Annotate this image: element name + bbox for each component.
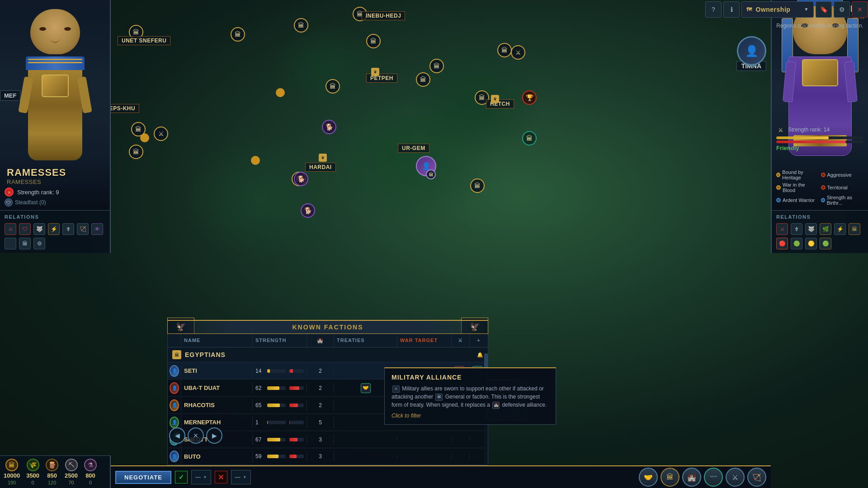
th-filter2[interactable]: + (470, 334, 488, 347)
map-unit-red[interactable]: 🏆 (522, 90, 537, 105)
th-castle: 🏰 (307, 334, 334, 347)
rhacotis-portrait-cell: 👤 (168, 397, 181, 413)
th-treaties[interactable]: TREATIES (334, 334, 397, 347)
military-alliance-tooltip: MILITARY ALLIANCE ⚔ Military allies are … (384, 367, 556, 425)
trait-dot-1 (776, 173, 780, 177)
map-city-icon[interactable]: 🏛 (429, 59, 444, 73)
map-unit-teal[interactable]: 🏛 (522, 131, 537, 145)
tooltip-title: MILITARY ALLIANCE (392, 374, 549, 381)
map-nav-buttons: ◀ ✕ ▶ (169, 427, 222, 444)
info-button[interactable]: ℹ (723, 1, 740, 18)
map-nav-x[interactable]: ✕ (188, 427, 204, 444)
wood-amount: 850 (47, 472, 57, 479)
map-unit-purple2[interactable]: 🐕 (294, 172, 308, 186)
food-amount: 3500 (26, 472, 39, 479)
map-label-unet-sneferu[interactable]: UNET SNEFERU (118, 36, 170, 45)
confirm-button[interactable]: ✓ (175, 471, 188, 483)
map-label-hetch[interactable]: HETCH (486, 99, 514, 108)
bookmark-button[interactable]: 🔖 (816, 1, 832, 18)
map-city-icon[interactable]: 🏛 (294, 18, 308, 33)
close-button[interactable]: ✕ (852, 1, 868, 18)
map-nav-right[interactable]: ▶ (206, 427, 222, 444)
seti-castle-cell: 2 (307, 366, 334, 376)
buto-name-cell[interactable]: BUTO (181, 451, 253, 462)
th-strength[interactable]: STRENGTH (253, 334, 307, 347)
action-row-icons: 🤝 🏛 🏰 〰 ⚔ 🏹 (639, 468, 766, 487)
buto-war-target-cell (397, 454, 452, 459)
gold-amount: 10000 (4, 472, 20, 479)
rel-icon-7: 🏛 (19, 238, 31, 249)
rel-icon-sword: ⚔ (5, 223, 16, 235)
map-label-inebu-hedj[interactable]: INEBU-HEDJ (362, 11, 405, 20)
trait-dot-5 (776, 198, 781, 202)
map-city-icon[interactable]: 🏛 (326, 79, 340, 94)
bottom-dropdown-2[interactable]: — ▼ (231, 470, 251, 484)
map-label-ur-gem[interactable]: UR-GEM (398, 144, 429, 153)
th-filter1[interactable]: ⚔ (452, 334, 470, 347)
trait-ardent-warrior: Ardent Warrior (776, 195, 819, 206)
merneptah-name-cell[interactable]: MERNEPTAH (181, 417, 253, 428)
trait-label-2: Aggressive (827, 172, 852, 178)
ramesses-name: RAMESSES (7, 167, 103, 178)
map-city-icon[interactable]: 🏛 (470, 178, 485, 193)
table-header: NAME STRENGTH 🏰 TREATIES WAR TARGET ⚔ + (168, 334, 488, 347)
th-war-target[interactable]: WAR TARGET (397, 334, 452, 347)
ownership-dropdown[interactable]: 🗺 Ownership ▼ (741, 1, 814, 18)
seti-portrait: SETI SETI ⚔ Strength rank: 14 Friendly (771, 0, 868, 210)
map-city-icon[interactable]: 🏛 (231, 27, 245, 42)
action-circle-3[interactable]: 🏰 (682, 468, 701, 487)
rhacotis-name-cell[interactable]: RHACOTIS (181, 399, 253, 411)
steadfast-label: Steadfast (0) (15, 199, 46, 206)
action-circle-4[interactable]: 〰 (704, 468, 723, 487)
map-city-icon[interactable]: 🏛 (366, 34, 381, 48)
gold-icon: 🏛 (5, 459, 18, 471)
map-unit-purple[interactable]: 🐕 (322, 120, 336, 134)
seti-traits: Bound by Heritage Aggressive War in the … (776, 169, 863, 206)
rhacotis-small-portrait: 👤 (170, 399, 179, 411)
shedyt-castle-cell: 3 (307, 434, 334, 445)
action-circle-2[interactable]: 🏛 (660, 468, 679, 487)
action-circle-6[interactable]: 🏹 (747, 468, 766, 487)
map-city-icon[interactable]: 🏛 (129, 145, 143, 159)
rel-icon-r9: 🟡 (805, 238, 817, 249)
trait-dot-3 (776, 185, 781, 190)
seti-name-cell[interactable]: SETI (181, 365, 253, 376)
uba-strength-cell: 62 (253, 383, 307, 394)
map-city-icon[interactable]: 🏛 (497, 43, 512, 57)
rel-icon-shield: 🛡 (19, 223, 31, 235)
shedyt-strength-cell: 67 (253, 434, 307, 445)
map-city-icon[interactable]: 🏛 (131, 122, 146, 136)
crown-icon-hetch: ♛ (491, 95, 499, 103)
resource-gold: 🏛 10000 190 (4, 459, 20, 485)
rel-icon-r10: 🟢 (820, 238, 831, 249)
action-circle-5[interactable]: ⚔ (726, 468, 745, 487)
tooltip-cta[interactable]: Click to filter (392, 413, 549, 419)
settings-button[interactable]: ⚙ (834, 1, 850, 18)
trait-aggressive: Aggressive (821, 169, 864, 180)
tooltip-body: ⚔ Military allies are sworn to support e… (392, 385, 549, 409)
table-row-buto[interactable]: 👤 BUTO 59 3 (168, 448, 488, 465)
rel-icon-r1: ⚔ (776, 223, 788, 235)
action-circle-1[interactable]: 🤝 (639, 468, 658, 487)
mef-label: MEF (0, 90, 20, 101)
th-name[interactable]: NAME (181, 334, 253, 347)
bottom-action-bar: NEGOTIATE ✓ — ▼ ✕ — ▼ 🤝 🏛 🏰 〰 ⚔ 🏹 (111, 465, 771, 488)
map-city-icon[interactable]: ⚔ (511, 45, 525, 60)
map-nav-left[interactable]: ◀ (169, 427, 185, 444)
map-unit-purple3[interactable]: 🐕 (301, 203, 315, 218)
map-city-icon[interactable]: ⚔ (154, 127, 168, 141)
uba-name-cell[interactable]: UBA-T DUAT (181, 382, 253, 394)
relation-icons-left: ⚔ 🛡 🐺 ⚡ 🗡 🏹 👁 🏛 ⚙ (5, 223, 105, 249)
help-button[interactable]: ? (705, 1, 722, 18)
faction-group-egyptians[interactable]: 🏛 EGYPTIANS 🔔 (168, 347, 488, 362)
map-label-hardai[interactable]: HARDAI (305, 163, 336, 172)
cancel-button[interactable]: ✕ (215, 471, 227, 483)
map-city-icon[interactable]: 🏛 (416, 72, 430, 87)
rel-icon-4: 🏹 (77, 223, 89, 235)
negotiate-button[interactable]: NEGOTIATE (115, 471, 171, 484)
uba-alliance-icon[interactable]: 🤝 (361, 383, 371, 393)
timna-portrait[interactable]: 👤 (737, 36, 766, 66)
bottom-dropdown-1[interactable]: — ▼ (191, 470, 211, 484)
rel-icon-3: 🗡 (62, 223, 74, 235)
strength-rank-text: Strength rank: 9 (17, 189, 59, 196)
